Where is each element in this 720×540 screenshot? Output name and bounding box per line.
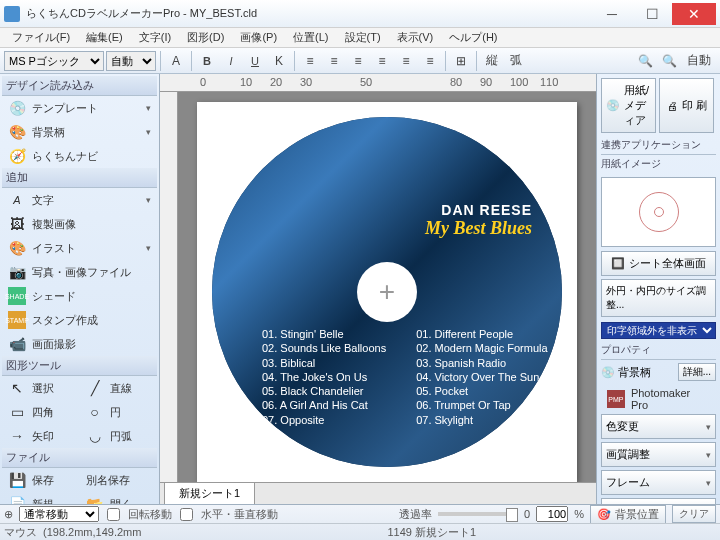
sidebar-shade[interactable]: SHADEシェード: [2, 284, 157, 308]
file-new[interactable]: 📄新規: [2, 492, 80, 504]
maximize-button[interactable]: ☐: [632, 3, 672, 25]
titlebar: らくちんCDラベルメーカーPro - MY_BEST.cld ─ ☐ ✕: [0, 0, 720, 28]
dupimg-icon: 🖼: [8, 215, 26, 233]
clear-button[interactable]: クリア: [672, 505, 716, 523]
file-save[interactable]: 💾保存: [2, 468, 80, 492]
cd-label[interactable]: DAN REESE My Best Blues + 01. Stingin' B…: [212, 117, 562, 467]
ruler-vertical: [160, 92, 178, 482]
sidebar-capture[interactable]: 📹画面撮影: [2, 332, 157, 356]
font-family-select[interactable]: MS Pゴシック: [4, 51, 104, 71]
align-bottom-button[interactable]: ≡: [419, 50, 441, 72]
new-icon: 📄: [8, 495, 26, 504]
tool-arc[interactable]: ◡円弧: [80, 424, 158, 448]
capture-icon: 📹: [8, 335, 26, 353]
align-top-button[interactable]: ≡: [371, 50, 393, 72]
sidebar-bg[interactable]: 🎨背景柄▾: [2, 120, 157, 144]
arc-text-button[interactable]: 弧: [505, 50, 527, 72]
color-change-button[interactable]: 色変更▾: [601, 414, 716, 439]
tool-rect[interactable]: ▭四角: [2, 400, 80, 424]
bold-button[interactable]: B: [196, 50, 218, 72]
underline-button[interactable]: U: [244, 50, 266, 72]
sidebar-text[interactable]: A文字▾: [2, 188, 157, 212]
statusbar: ⊕ 通常移動 回転移動 水平・垂直移動 透過率 0 % 🎯背景位置 クリア マウ…: [0, 504, 720, 540]
italic-button[interactable]: I: [220, 50, 242, 72]
minimize-button[interactable]: ─: [592, 3, 632, 25]
font-size-select[interactable]: 自動: [106, 51, 156, 71]
align-center-button[interactable]: ≡: [323, 50, 345, 72]
circle-adjust-button[interactable]: 外円・内円のサイズ調整...: [601, 279, 716, 317]
tool-select[interactable]: ↖選択: [2, 376, 80, 400]
menubar: ファイル(F) 編集(E) 文字(I) 図形(D) 画像(P) 位置(L) 設定…: [0, 28, 720, 48]
align-left-button[interactable]: ≡: [299, 50, 321, 72]
window-title: らくちんCDラベルメーカーPro - MY_BEST.cld: [26, 6, 592, 21]
bgpos-button[interactable]: 🎯背景位置: [590, 505, 666, 524]
vertical-text-button[interactable]: 縦: [481, 50, 503, 72]
tool-line[interactable]: ╱直線: [80, 376, 158, 400]
photomaker-link[interactable]: PMPPhotomaker Pro: [601, 384, 716, 414]
canvas-area: 0102030508090100110 DAN REESE My Best Bl…: [160, 74, 596, 504]
zoom-input[interactable]: [536, 506, 568, 522]
canvas[interactable]: DAN REESE My Best Blues + 01. Stingin' B…: [178, 92, 596, 482]
open-icon: 📂: [86, 495, 104, 504]
menu-image[interactable]: 画像(P): [232, 28, 285, 47]
rotate-checkbox[interactable]: [107, 508, 120, 521]
menu-file[interactable]: ファイル(F): [4, 28, 78, 47]
sheet-full-button[interactable]: 🔲シート全体画面: [601, 251, 716, 276]
quality-button[interactable]: 画質調整▾: [601, 442, 716, 467]
sidebar-stamp[interactable]: STAMPスタンプ作成: [2, 308, 157, 332]
linked-apps-label: 連携アプリケーション: [601, 136, 716, 155]
zoom-out-button[interactable]: 🔍: [658, 50, 680, 72]
print-icon: 🖨: [667, 100, 678, 112]
align-right-button[interactable]: ≡: [347, 50, 369, 72]
tool-circle[interactable]: ○円: [80, 400, 158, 424]
media-icon: 💿: [606, 99, 620, 112]
hv-checkbox[interactable]: [180, 508, 193, 521]
section-add: 追加: [2, 168, 157, 188]
mini-cd-icon: [639, 192, 679, 232]
menu-shape[interactable]: 図形(D): [179, 28, 232, 47]
arc-icon: ◡: [86, 427, 104, 445]
left-panel: デザイン読み込み 💿テンプレート▾ 🎨背景柄▾ 🧭らくちんナビ 追加 A文字▾ …: [0, 74, 160, 504]
strike-button[interactable]: K: [268, 50, 290, 72]
zoom-auto-button[interactable]: 自動: [682, 50, 716, 72]
menu-help[interactable]: ヘルプ(H): [441, 28, 505, 47]
align-middle-button[interactable]: ≡: [395, 50, 417, 72]
file-open[interactable]: 📂開く: [80, 492, 158, 504]
tracklist: 01. Stingin' Belle 02. Sounds Like Ballo…: [262, 327, 512, 427]
menu-edit[interactable]: 編集(E): [78, 28, 131, 47]
close-button[interactable]: ✕: [672, 3, 716, 25]
detail-button[interactable]: 詳細...: [678, 363, 716, 381]
font-toolbar: MS Pゴシック 自動 A B I U K ≡ ≡ ≡ ≡ ≡ ≡ ⊞ 縦 弧 …: [0, 48, 720, 74]
tool-arrow[interactable]: →矢印: [2, 424, 80, 448]
main-area: デザイン読み込み 💿テンプレート▾ 🎨背景柄▾ 🧭らくちんナビ 追加 A文字▾ …: [0, 74, 720, 504]
sidebar-dupimg[interactable]: 🖼複製画像: [2, 212, 157, 236]
props-label: プロパティ: [601, 341, 716, 360]
illust-icon: 🎨: [8, 239, 26, 257]
opacity-slider[interactable]: [438, 512, 518, 516]
font-color-button[interactable]: A: [165, 50, 187, 72]
artist-name: DAN REESE: [425, 202, 532, 218]
sidebar-template[interactable]: 💿テンプレート▾: [2, 96, 157, 120]
sidebar-illust[interactable]: 🎨イラスト▾: [2, 236, 157, 260]
file-saveas[interactable]: 別名保存: [80, 468, 158, 492]
media-button[interactable]: 💿用紙/メディア: [601, 78, 656, 133]
menu-view[interactable]: 表示(V): [389, 28, 442, 47]
text-icon: A: [8, 191, 26, 209]
display-option-select[interactable]: 印字領域外を非表示: [601, 322, 716, 339]
frame-button[interactable]: フレーム▾: [601, 470, 716, 495]
move-mode-select[interactable]: 通常移動: [19, 506, 99, 522]
bg-label: 背景柄: [618, 365, 675, 380]
circle-icon: ○: [86, 403, 104, 421]
sidebar-photofile[interactable]: 📷写真・画像ファイル: [2, 260, 157, 284]
fit-button[interactable]: ⊞: [450, 50, 472, 72]
print-button[interactable]: 🖨印 刷: [659, 78, 714, 133]
zoom-in-button[interactable]: 🔍: [634, 50, 656, 72]
menu-settings[interactable]: 設定(T): [337, 28, 389, 47]
navi-icon: 🧭: [8, 147, 26, 165]
menu-position[interactable]: 位置(L): [285, 28, 336, 47]
mode-icon[interactable]: ⊕: [4, 508, 13, 521]
menu-text[interactable]: 文字(I): [131, 28, 179, 47]
sidebar-navi[interactable]: 🧭らくちんナビ: [2, 144, 157, 168]
sheet-tabs: 新規シート1: [160, 482, 596, 504]
sheet-tab-1[interactable]: 新規シート1: [164, 482, 255, 504]
